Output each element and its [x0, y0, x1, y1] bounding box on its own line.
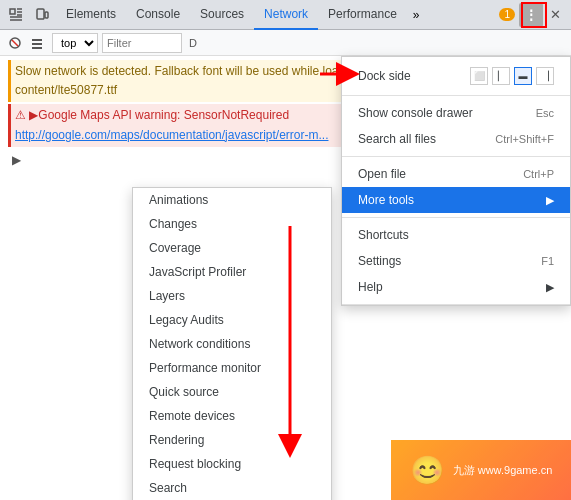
- filter-input[interactable]: [102, 33, 182, 53]
- alert-badge: 1: [499, 8, 515, 21]
- svg-rect-10: [32, 39, 42, 41]
- filter-extra-button[interactable]: D: [182, 32, 204, 54]
- submenu-coverage[interactable]: Coverage: [133, 236, 331, 260]
- svg-rect-11: [32, 43, 42, 45]
- dock-icon-right[interactable]: ▕: [536, 67, 554, 85]
- settings-item[interactable]: Settings F1: [342, 248, 570, 274]
- svg-rect-6: [37, 9, 44, 19]
- submenu-animations[interactable]: Animations: [133, 188, 331, 212]
- shortcuts-settings-section: Shortcuts Settings F1 Help ▶: [342, 218, 570, 305]
- three-dots-menu-button[interactable]: ⋮: [519, 3, 543, 27]
- console-link[interactable]: http://google.com/maps/documentation/jav…: [15, 128, 328, 142]
- main-area: Slow network is detected. Fallback font …: [0, 56, 571, 500]
- submenu-network-conditions[interactable]: Network conditions: [133, 332, 331, 356]
- devtools-toolbar: top D: [0, 30, 571, 56]
- search-all-files-item[interactable]: Search all files Ctrl+Shift+F: [342, 126, 570, 152]
- submenu-request-blocking[interactable]: Request blocking: [133, 452, 331, 476]
- svg-rect-12: [32, 47, 42, 49]
- watermark: 😊 九游 www.9game.cn: [391, 440, 571, 500]
- more-tools-submenu: Animations Changes Coverage JavaScript P…: [132, 187, 332, 500]
- close-devtools-button[interactable]: ✕: [543, 3, 567, 27]
- device-icon[interactable]: [30, 3, 54, 27]
- console-search-section: Show console drawer Esc Search all files…: [342, 96, 570, 157]
- tab-network[interactable]: Network: [254, 0, 318, 30]
- clear-button[interactable]: [4, 32, 26, 54]
- dock-icon-detach[interactable]: ⬜: [470, 67, 488, 85]
- svg-line-9: [12, 40, 18, 46]
- show-console-item[interactable]: Show console drawer Esc: [342, 100, 570, 126]
- tab-elements[interactable]: Elements: [56, 0, 126, 30]
- svg-rect-0: [10, 9, 15, 14]
- submenu-perf-monitor[interactable]: Performance monitor: [133, 356, 331, 380]
- tab-performance[interactable]: Performance: [318, 0, 407, 30]
- tab-sources[interactable]: Sources: [190, 0, 254, 30]
- submenu-remote-devices[interactable]: Remote devices: [133, 404, 331, 428]
- devtools-tabs-bar: Elements Console Sources Network Perform…: [0, 0, 571, 30]
- dock-icon-left[interactable]: ▏: [492, 67, 510, 85]
- file-tools-section: Open file Ctrl+P More tools ▶ Animations…: [342, 157, 570, 218]
- submenu-js-profiler[interactable]: JavaScript Profiler: [133, 260, 331, 284]
- submenu-search[interactable]: Search: [133, 476, 331, 500]
- submenu-layers[interactable]: Layers: [133, 284, 331, 308]
- shortcuts-item[interactable]: Shortcuts: [342, 222, 570, 248]
- preserve-log-button[interactable]: [26, 32, 48, 54]
- tab-console[interactable]: Console: [126, 0, 190, 30]
- dock-side-section: Dock side ⬜ ▏ ▬ ▕: [342, 57, 570, 96]
- svg-rect-7: [45, 12, 48, 18]
- submenu-quick-source[interactable]: Quick source: [133, 380, 331, 404]
- help-item[interactable]: Help ▶: [342, 274, 570, 300]
- inspect-icon[interactable]: [4, 3, 28, 27]
- more-tools-item[interactable]: More tools ▶ Animations Changes Coverage…: [342, 187, 570, 213]
- dock-icon-bottom[interactable]: ▬: [514, 67, 532, 85]
- dock-side-item: Dock side ⬜ ▏ ▬ ▕: [342, 61, 570, 91]
- dock-icons: ⬜ ▏ ▬ ▕: [470, 67, 554, 85]
- submenu-rendering[interactable]: Rendering: [133, 428, 331, 452]
- submenu-changes[interactable]: Changes: [133, 212, 331, 236]
- open-file-item[interactable]: Open file Ctrl+P: [342, 161, 570, 187]
- tab-more-button[interactable]: »: [407, 0, 426, 30]
- frame-selector[interactable]: top: [52, 33, 98, 53]
- main-dropdown-menu: Dock side ⬜ ▏ ▬ ▕ Show console drawer Es…: [341, 56, 571, 306]
- submenu-legacy-audits[interactable]: Legacy Audits: [133, 308, 331, 332]
